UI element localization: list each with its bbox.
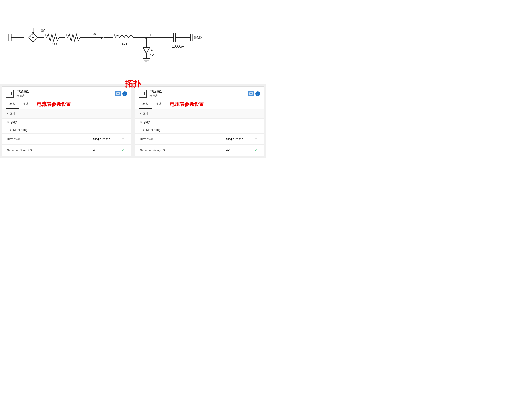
- ammeter-icon: [6, 90, 14, 98]
- right-voltage-name-input-wrapper: ✓: [224, 147, 259, 153]
- svg-marker-17: [101, 37, 104, 39]
- right-params-header[interactable]: ∨ 参数: [140, 120, 259, 124]
- svg-text:1e-3H: 1e-3H: [120, 42, 129, 46]
- left-panel-annotation: 电流表参数设置: [37, 101, 71, 108]
- right-monitoring-label: Monitoring: [146, 128, 161, 132]
- right-dimension-row: Dimension Single Phase: [135, 134, 264, 145]
- right-dimension-label: Dimension: [140, 137, 221, 141]
- left-dimension-select[interactable]: Single Phase: [91, 136, 126, 142]
- left-copy-icon[interactable]: [115, 91, 121, 96]
- left-dimension-row: Dimension Single Phase: [2, 134, 131, 145]
- left-current-name-label: Name for Current S...: [7, 149, 88, 152]
- right-panel-subtitle: 电压表: [149, 94, 245, 98]
- svg-marker-33: [143, 48, 150, 53]
- right-properties-label: 属性: [142, 112, 149, 116]
- left-panel-actions: ?: [115, 91, 127, 96]
- right-panel-annotation: 电压表参数设置: [170, 101, 204, 108]
- svg-text:#I: #I: [93, 32, 96, 36]
- svg-marker-6: [32, 32, 34, 34]
- right-voltage-name-input[interactable]: [224, 147, 259, 153]
- circuit-diagram: + 0Ω + + 1Ω #I +: [0, 0, 266, 84]
- left-properties-chevron: ›: [7, 112, 8, 115]
- right-panel-title: 电压表1: [149, 89, 245, 94]
- right-params-section: ∨ 参数: [135, 119, 264, 126]
- right-monitoring-chevron: ∨: [142, 128, 144, 132]
- svg-text:+: +: [150, 33, 152, 37]
- right-voltage-name-row: Name for Voltage S... ✓: [135, 145, 264, 156]
- right-params-label: 参数: [144, 120, 150, 124]
- right-properties-section: › 属性: [135, 109, 264, 119]
- voltmeter-icon-inner: [141, 92, 144, 95]
- left-dimension-label: Dimension: [7, 137, 88, 141]
- left-params-label: 参数: [11, 120, 17, 124]
- right-monitoring-section: ∨ Monitoring: [135, 126, 264, 134]
- svg-text:0Ω: 0Ω: [41, 29, 46, 33]
- right-params-chevron: ∨: [140, 121, 142, 124]
- right-monitoring-header[interactable]: ∨ Monitoring: [142, 128, 257, 132]
- right-panel-tabs: 参数 格式 电压表参数设置: [135, 100, 264, 109]
- right-dimension-select-wrapper: Single Phase: [224, 136, 259, 142]
- left-properties-section: › 属性: [2, 109, 131, 119]
- svg-text:1000μF: 1000μF: [172, 45, 184, 48]
- left-panel-content: › 属性 ∨ 参数 ∨ Monitoring Dimensio: [2, 109, 131, 156]
- left-current-name-input-wrapper: ✓: [91, 147, 126, 153]
- right-panel: 电压表1 电压表 ? 参数 格式 电压表参数设置: [135, 86, 264, 156]
- left-panel-tabs: 参数 格式 电流表参数设置: [2, 100, 131, 109]
- right-properties-chevron: ›: [140, 112, 141, 115]
- left-help-icon[interactable]: ?: [122, 91, 127, 96]
- right-voltage-check-icon: ✓: [255, 148, 257, 152]
- left-monitoring-header[interactable]: ∨ Monitoring: [9, 128, 124, 132]
- left-params-header[interactable]: ∨ 参数: [7, 120, 126, 124]
- left-current-name-row: Name for Current S... ✓: [2, 145, 131, 156]
- svg-text:#V: #V: [150, 53, 154, 57]
- right-tab-params[interactable]: 参数: [139, 100, 152, 109]
- svg-text:+: +: [114, 33, 115, 37]
- voltmeter-icon: [139, 90, 147, 98]
- left-params-section: ∨ 参数: [2, 119, 131, 126]
- circuit-svg: + 0Ω + + 1Ω #I +: [4, 7, 262, 82]
- right-properties-header[interactable]: › 属性: [140, 112, 259, 116]
- left-monitoring-label: Monitoring: [13, 128, 28, 132]
- ammeter-icon-inner: [8, 92, 11, 95]
- left-panel-title: 电流表1: [16, 89, 112, 94]
- right-tab-format[interactable]: 格式: [152, 100, 165, 109]
- right-panel-content: › 属性 ∨ 参数 ∨ Monitoring Dimensio: [135, 109, 264, 156]
- left-tab-format[interactable]: 格式: [19, 100, 32, 109]
- left-current-check-icon: ✓: [122, 148, 124, 152]
- svg-text:+: +: [66, 33, 68, 37]
- svg-text:GND: GND: [194, 36, 202, 39]
- right-dimension-select[interactable]: Single Phase: [224, 136, 259, 142]
- left-panel-title-block: 电流表1 电流表: [16, 89, 112, 98]
- left-current-name-input[interactable]: [91, 147, 126, 153]
- panels-container: 电流表1 电流表 ? 参数 格式 电流表参数设置: [0, 84, 266, 158]
- left-properties-label: 属性: [10, 112, 16, 116]
- left-monitoring-chevron: ∨: [9, 128, 11, 132]
- right-voltage-name-label: Name for Voltage S...: [140, 149, 221, 152]
- svg-text:+: +: [151, 48, 152, 52]
- left-tab-params[interactable]: 参数: [6, 100, 19, 109]
- left-dimension-select-wrapper: Single Phase: [91, 136, 126, 142]
- svg-text:+: +: [32, 36, 34, 39]
- left-params-chevron: ∨: [7, 121, 9, 124]
- right-help-icon[interactable]: ?: [255, 91, 260, 96]
- right-copy-icon[interactable]: [248, 91, 254, 96]
- svg-text:+: +: [45, 33, 47, 37]
- left-properties-header[interactable]: › 属性: [7, 112, 126, 116]
- left-panel-subtitle: 电流表: [16, 94, 112, 98]
- right-panel-title-block: 电压表1 电压表: [149, 89, 245, 98]
- left-panel: 电流表1 电流表 ? 参数 格式 电流表参数设置: [2, 86, 131, 156]
- right-panel-actions: ?: [248, 91, 260, 96]
- left-monitoring-section: ∨ Monitoring: [2, 126, 131, 134]
- svg-text:1Ω: 1Ω: [52, 42, 57, 46]
